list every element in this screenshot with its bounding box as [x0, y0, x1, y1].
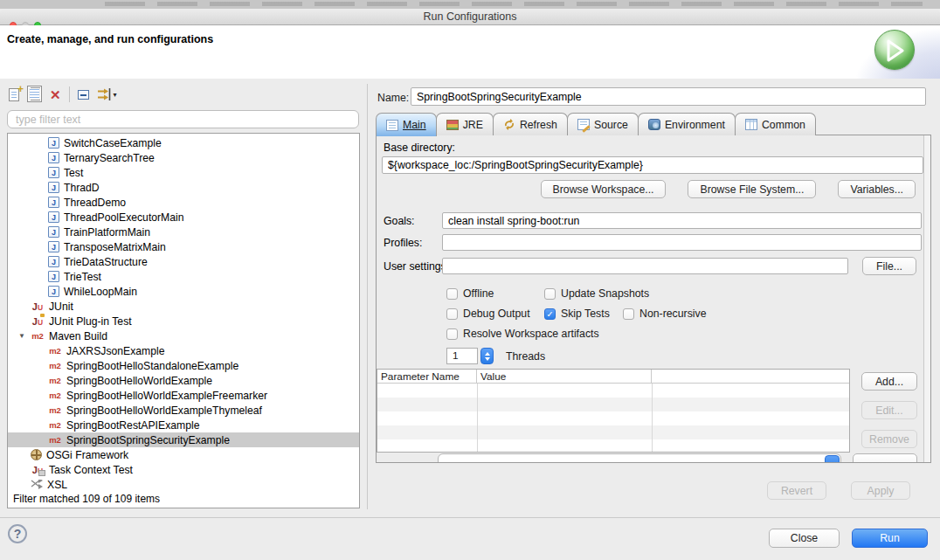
- tree-item-label: SpringBootHelloWorldExampleThymeleaf: [66, 404, 262, 417]
- checkbox-update-snapshots[interactable]: Update Snapshots: [544, 287, 649, 300]
- tab-main[interactable]: Main: [376, 113, 437, 136]
- junit-plugin-icon: JU: [31, 315, 45, 327]
- maven-runtime-combo-clipped[interactable]: [438, 453, 841, 463]
- filter-configurations-button[interactable]: ▾: [97, 86, 117, 103]
- java-application-icon: J: [48, 167, 59, 178]
- tree-item-junit-plug-in-test[interactable]: JUJUnit Plug-in Test: [8, 314, 359, 328]
- tree-item-switchcaseexample[interactable]: JSwitchCaseExample: [8, 135, 359, 150]
- checkbox-row-1: OfflineUpdate Snapshots: [446, 287, 649, 300]
- tree-item-xsl[interactable]: XSL: [8, 477, 359, 492]
- checkbox-box[interactable]: [446, 308, 458, 320]
- panel-sash[interactable]: [367, 84, 368, 509]
- tree-item-osgi-framework[interactable]: OSGi Framework: [8, 447, 359, 462]
- checkbox-row-2: Debug Output✓Skip TestsNon-recursive: [446, 308, 707, 320]
- tree-item-task-context-test[interactable]: JUTask Context Test: [8, 462, 359, 477]
- run-configurations-dialog: Run Configurations Create, manage, and r…: [0, 0, 940, 560]
- threads-stepper[interactable]: [480, 348, 494, 364]
- tab-source[interactable]: Source: [567, 113, 639, 135]
- user-settings-input[interactable]: [442, 258, 848, 274]
- run-button[interactable]: Run: [852, 529, 928, 548]
- name-input[interactable]: [411, 87, 926, 106]
- collapse-all-button[interactable]: [78, 86, 89, 103]
- duplicate-configuration-button[interactable]: [27, 86, 42, 103]
- checkbox-skip-tests[interactable]: ✓Skip Tests: [544, 308, 623, 320]
- checkbox-label: Non-recursive: [639, 308, 707, 320]
- tree-item-springboothelloworldexamplethymeleaf[interactable]: m2SpringBootHelloWorldExampleThymeleaf: [8, 403, 359, 418]
- tree-item-jaxrsjsonexample[interactable]: m2JAXRSJsonExample: [8, 343, 359, 358]
- tree-item-triedatastructure[interactable]: JTrieDataStructure: [8, 254, 359, 269]
- checkbox-label: Offline: [463, 287, 494, 300]
- tree-item-transposematrixmain[interactable]: JTransposeMatrixMain: [8, 239, 359, 254]
- tree-item-springbootrestapiexample[interactable]: m2SpringBootRestAPIExample: [8, 418, 359, 432]
- tree-item-label: JUnit Plug-in Test: [49, 315, 132, 328]
- variables-button[interactable]: Variables...: [838, 180, 916, 198]
- tree-item-maven-build[interactable]: ▼m2Maven Build: [8, 328, 359, 343]
- tree-item-threadpoolexecutormain[interactable]: JThreadPoolExecutorMain: [8, 210, 359, 225]
- tree-item-trainplatformmain[interactable]: JTrainPlatformMain: [8, 225, 359, 239]
- browse-file-system-button[interactable]: Browse File System...: [688, 180, 816, 198]
- filter-input[interactable]: [7, 110, 359, 128]
- help-button[interactable]: ?: [8, 524, 27, 543]
- tree-item-test[interactable]: JTest: [8, 165, 359, 180]
- tree-item-label: SpringBootHelloWorldExample: [66, 375, 212, 387]
- tree-item-junit[interactable]: JUJUnit: [8, 299, 359, 314]
- add-button[interactable]: Add...: [861, 372, 917, 391]
- delete-configuration-button[interactable]: ✕: [50, 86, 61, 103]
- tree-item-label: ThreadDemo: [64, 197, 126, 209]
- checkbox-box[interactable]: [446, 328, 458, 340]
- parameter-table[interactable]: Parameter NameValue: [377, 369, 850, 453]
- file-button[interactable]: File...: [862, 257, 916, 275]
- vertical-scrollbar[interactable]: [923, 135, 930, 462]
- bottom-separator: [0, 517, 940, 518]
- java-application-icon: J: [48, 256, 59, 267]
- goals-input[interactable]: [442, 212, 922, 229]
- configurations-toolbar: ✕ ▾: [9, 85, 117, 104]
- tree-item-springbootspringsecurityexample[interactable]: m2SpringBootSpringSecurityExample: [8, 432, 359, 447]
- collapse-all-icon: [78, 90, 89, 100]
- checkbox-box[interactable]: [544, 288, 556, 300]
- main-tab-content: Base directory: Browse Workspace... Brow…: [376, 135, 931, 463]
- tab-jre[interactable]: JRE: [436, 113, 494, 135]
- tree-item-label: Maven Build: [49, 330, 107, 342]
- checkbox-box[interactable]: ✓: [544, 308, 556, 320]
- tab-refresh[interactable]: Refresh: [493, 113, 568, 135]
- profiles-label: Profiles:: [384, 237, 422, 249]
- threads-value-field[interactable]: 1: [446, 348, 478, 364]
- checkbox-row-3: Resolve Workspace artifacts: [446, 328, 599, 340]
- tree-item-threaddemo[interactable]: JThreadDemo: [8, 195, 359, 210]
- tab-environment[interactable]: Environment: [638, 113, 736, 135]
- tree-item-springboothellostandaloneexample[interactable]: m2SpringBootHelloStandaloneExample: [8, 358, 359, 373]
- java-application-icon: J: [48, 197, 59, 208]
- tree-item-springboothelloworldexamplefreemarker[interactable]: m2SpringBootHelloWorldExampleFreemarker: [8, 388, 359, 403]
- checkbox-debug-output[interactable]: Debug Output: [446, 308, 544, 320]
- checkbox-offline[interactable]: Offline: [446, 287, 544, 300]
- tree-item-ternarysearchtree[interactable]: JTernarySearchTree: [8, 150, 359, 165]
- new-configuration-icon: [9, 88, 19, 101]
- param-table-body[interactable]: [377, 384, 849, 452]
- profiles-input[interactable]: [442, 234, 922, 251]
- source-tab-icon: [577, 119, 590, 130]
- tree-item-whileloopmain[interactable]: JWhileLoopMain: [8, 284, 359, 299]
- column-separator: [477, 384, 478, 452]
- checkbox-resolve-workspace-artifacts[interactable]: Resolve Workspace artifacts: [446, 328, 599, 340]
- checkbox-box[interactable]: [446, 288, 458, 300]
- tree-item-springboothelloworldexample[interactable]: m2SpringBootHelloWorldExample: [8, 373, 359, 388]
- checkbox-box[interactable]: [623, 308, 634, 320]
- column-header-value[interactable]: Value: [477, 370, 652, 383]
- close-button[interactable]: Close: [769, 529, 840, 548]
- clipped-button[interactable]: [853, 453, 917, 463]
- titlebar[interactable]: Run Configurations: [0, 9, 940, 25]
- browse-workspace-button[interactable]: Browse Workspace...: [541, 180, 667, 198]
- tab-common[interactable]: Common: [735, 113, 816, 135]
- new-configuration-button[interactable]: [9, 86, 19, 103]
- column-header-blank[interactable]: [652, 370, 849, 383]
- config-tree: JSwitchCaseExampleJTernarySearchTreeJTes…: [8, 135, 359, 492]
- tree-item-thradd[interactable]: JThradD: [8, 180, 359, 195]
- base-directory-input[interactable]: [382, 156, 923, 174]
- tree-item-label: TrainPlatformMain: [64, 226, 150, 239]
- tree-item-trietest[interactable]: JTrieTest: [8, 269, 359, 284]
- column-header-parameter-name[interactable]: Parameter Name: [377, 370, 477, 383]
- tree-item-label: ThreadPoolExecutorMain: [64, 211, 184, 224]
- expander-icon[interactable]: ▼: [18, 332, 31, 340]
- checkbox-non-recursive[interactable]: Non-recursive: [623, 308, 707, 320]
